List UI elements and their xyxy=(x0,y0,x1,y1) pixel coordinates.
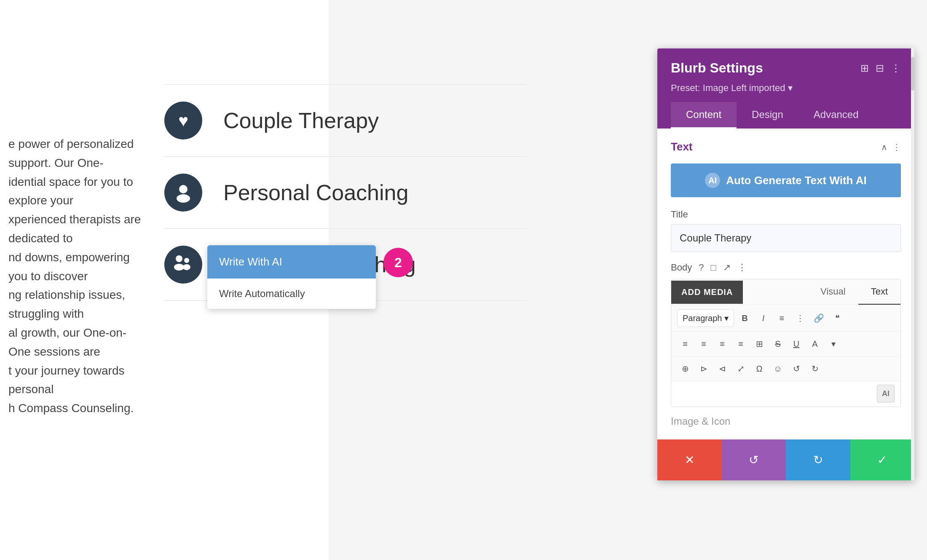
align-right-button[interactable]: ≡ xyxy=(714,336,730,352)
undo-button[interactable]: ↺ xyxy=(722,439,786,480)
emoji-button[interactable]: ☺ xyxy=(770,361,786,377)
write-automatically-option[interactable]: Write Automatically xyxy=(207,279,376,309)
panel-scrollbar[interactable] xyxy=(911,48,914,480)
section-controls: ∧ ⋮ xyxy=(881,142,901,152)
ordered-list-button[interactable]: ⋮ xyxy=(792,310,808,326)
help-icon[interactable]: ? xyxy=(699,262,704,273)
strikethrough-button[interactable]: S xyxy=(770,336,786,352)
panel-title-icons: ⊞ ⊟ ⋮ xyxy=(860,62,901,74)
service-couple-therapy[interactable]: ♥ Couple Therapy xyxy=(164,84,527,157)
body-text-content: e power of personalized support. Our One… xyxy=(8,137,141,415)
editor-content[interactable]: AI xyxy=(671,381,900,407)
font-color-button[interactable]: A xyxy=(807,336,823,352)
section-more-icon[interactable]: ⋮ xyxy=(892,142,901,152)
svg-point-2 xyxy=(176,255,182,262)
ai-icon: AI xyxy=(705,173,720,188)
bold-button[interactable]: B xyxy=(737,310,753,326)
text-section-title: Text xyxy=(671,140,693,153)
align-justify-button[interactable]: ≡ xyxy=(733,336,749,352)
ai-generate-label: Auto Generate Text With AI xyxy=(726,174,866,187)
add-media-button[interactable]: ADD MEDIA xyxy=(671,281,743,304)
panel-footer: ✕ ↺ ↻ ✓ xyxy=(657,439,914,480)
body-more-icon[interactable]: ⋮ xyxy=(737,262,747,273)
image-section-label: Image & Icon xyxy=(671,415,901,427)
editor-top-bar: ADD MEDIA Visual Text xyxy=(671,279,900,305)
svg-point-4 xyxy=(184,258,189,263)
format-bar-row2: ≡ ≡ ≡ ≡ ⊞ S U A ▾ xyxy=(671,332,900,356)
couple-therapy-label: Couple Therapy xyxy=(223,108,379,133)
title-label: Title xyxy=(671,209,901,220)
italic-button[interactable]: I xyxy=(755,310,771,326)
body-text: e power of personalized support. Our One… xyxy=(8,135,147,418)
paragraph-select[interactable]: Paragraph ▾ xyxy=(677,309,734,327)
more-icon[interactable]: ⋮ xyxy=(891,62,901,74)
align-left-button[interactable]: ≡ xyxy=(677,336,693,352)
dropdown-popup: Write With AI Write Automatically xyxy=(207,245,376,309)
format-bar-row3: ⊕ ⊳ ⊲ ⤢ Ω ☺ ↺ ↻ xyxy=(671,356,900,381)
settings-panel: Blurb Settings ⊞ ⊟ ⋮ Preset: Image Left … xyxy=(657,48,914,480)
omega-button[interactable]: Ω xyxy=(751,361,767,377)
panel-header: Blurb Settings ⊞ ⊟ ⋮ Preset: Image Left … xyxy=(657,48,914,129)
personal-coaching-label: Personal Coaching xyxy=(223,180,408,205)
panel-scrollbar-thumb xyxy=(911,57,914,91)
tab-content[interactable]: Content xyxy=(671,102,737,129)
undo-editor-button[interactable]: ↺ xyxy=(788,361,804,377)
personal-coaching-icon xyxy=(164,174,202,212)
view-tabs: Visual Text xyxy=(808,279,900,305)
body-toolbar: Body ? □ ↗ ⋮ xyxy=(671,262,901,273)
panel-preset[interactable]: Preset: Image Left imported ▾ xyxy=(671,83,901,94)
panel-title-row: Blurb Settings ⊞ ⊟ ⋮ xyxy=(671,60,901,76)
outdent-button[interactable]: ⊲ xyxy=(714,361,730,377)
responsive-icon[interactable]: □ xyxy=(710,262,716,273)
preset-label: Preset: Image Left imported ▾ xyxy=(671,83,793,94)
write-with-ai-option[interactable]: Write With AI xyxy=(207,245,376,279)
svg-point-0 xyxy=(179,185,188,193)
text-section-header: Text ∧ ⋮ xyxy=(671,140,901,153)
expand-icon[interactable]: ⊞ xyxy=(860,62,869,74)
panel-tabs: Content Design Advanced xyxy=(671,102,901,129)
font-dropdown-button[interactable]: ▾ xyxy=(825,336,841,352)
editor-area: ADD MEDIA Visual Text Paragraph ▾ B xyxy=(671,279,901,407)
align-center-button[interactable]: ≡ xyxy=(696,336,712,352)
body-label: Body xyxy=(671,262,692,273)
svg-point-1 xyxy=(177,194,190,203)
layout-icon[interactable]: ⊟ xyxy=(876,62,884,74)
cursor-icon[interactable]: ↗ xyxy=(723,262,731,273)
couple-therapy-icon: ♥ xyxy=(164,102,202,139)
table-button[interactable]: ⊞ xyxy=(751,336,767,352)
save-button[interactable]: ✓ xyxy=(850,439,915,480)
title-input[interactable] xyxy=(671,224,901,252)
service-personal-coaching[interactable]: Personal Coaching xyxy=(164,157,527,229)
section-chevron-icon[interactable]: ∧ xyxy=(881,142,887,152)
ai-generate-button[interactable]: AI Auto Generate Text With AI xyxy=(671,163,901,197)
text-tab[interactable]: Text xyxy=(858,279,900,305)
panel-body: Text ∧ ⋮ AI Auto Generate Text With AI T… xyxy=(657,129,914,439)
format-bar-row1: Paragraph ▾ B I ≡ ⋮ 🔗 ❝ xyxy=(671,305,900,332)
copy-format-button[interactable]: ⊕ xyxy=(677,361,693,377)
ai-small-button[interactable]: AI xyxy=(877,385,895,402)
tab-design[interactable]: Design xyxy=(737,102,798,129)
unordered-list-button[interactable]: ≡ xyxy=(774,310,790,326)
tab-advanced[interactable]: Advanced xyxy=(798,102,874,129)
cancel-button[interactable]: ✕ xyxy=(657,439,722,480)
link-button[interactable]: 🔗 xyxy=(811,310,827,326)
svg-point-5 xyxy=(183,264,190,270)
underline-button[interactable]: U xyxy=(788,336,804,352)
indent-button[interactable]: ⊳ xyxy=(696,361,712,377)
step-badge: 2 xyxy=(383,248,413,277)
fullscreen-button[interactable]: ⤢ xyxy=(733,361,749,377)
svg-point-3 xyxy=(174,264,184,271)
redo-editor-button[interactable]: ↻ xyxy=(807,361,823,377)
visual-tab[interactable]: Visual xyxy=(808,279,858,305)
quote-button[interactable]: ❝ xyxy=(829,310,845,326)
redo-button[interactable]: ↻ xyxy=(786,439,850,480)
panel-title: Blurb Settings xyxy=(671,60,763,76)
parenting-coaching-icon xyxy=(164,246,202,284)
